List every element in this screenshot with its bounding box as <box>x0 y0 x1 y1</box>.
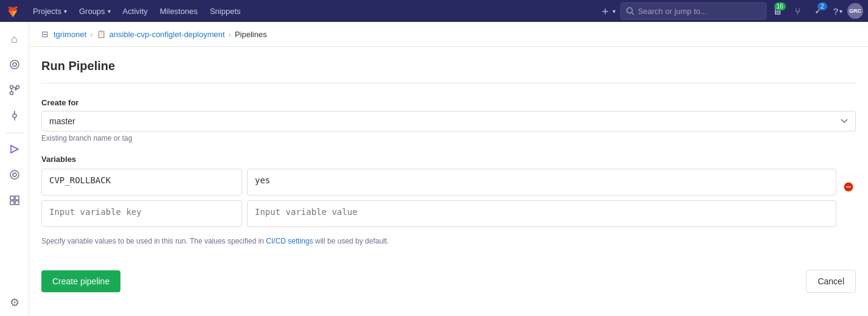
nav-projects[interactable]: Projects ▾ <box>28 0 72 22</box>
new-item-button[interactable]: ＋ ▾ <box>596 1 619 21</box>
variable-row-new <box>41 200 856 227</box>
packages-icon <box>9 195 20 206</box>
breadcrumb-current-page: Pipelines <box>235 30 267 39</box>
pipeline-icon <box>9 144 20 155</box>
main-content: ⊟ tgrimonet › 📋 ansible-cvp-configlet-de… <box>29 22 868 315</box>
nav-snippets[interactable]: Snippets <box>205 0 246 22</box>
form-actions: Create pipeline Cancel <box>41 260 856 303</box>
new-variable-key-input[interactable] <box>41 200 242 227</box>
monitor-icon-btn[interactable]: 🖥 16 <box>768 1 787 21</box>
svg-point-3 <box>13 63 16 66</box>
create-for-label: Create for <box>41 98 856 107</box>
new-dropdown-icon: ▾ <box>613 8 616 15</box>
commits-icon <box>9 110 20 121</box>
left-sidebar: ⌂ <box>0 22 29 315</box>
remove-variable-button[interactable] <box>841 180 856 194</box>
operations-icon <box>9 169 20 180</box>
existing-variable-value-input[interactable] <box>247 169 836 195</box>
nav-activity[interactable]: Activity <box>118 0 153 22</box>
svg-point-4 <box>10 86 13 89</box>
svg-rect-16 <box>10 201 14 205</box>
help-icon: ? <box>833 6 838 16</box>
page-body: Run Pipeline Create for master Existing … <box>29 47 868 315</box>
gitlab-logo-icon <box>5 3 21 19</box>
branch-hint: Existing branch name or tag <box>41 134 856 142</box>
gitlab-brand[interactable] <box>5 3 21 19</box>
sidebar-item-issues[interactable] <box>2 52 27 77</box>
branch-select[interactable]: master <box>41 111 856 132</box>
groups-chevron-icon: ▾ <box>108 8 111 15</box>
existing-variable-key-input[interactable] <box>41 169 242 195</box>
svg-point-8 <box>13 114 16 118</box>
svg-line-1 <box>631 13 634 15</box>
svg-point-12 <box>10 170 19 179</box>
todo-icon-btn[interactable]: ✓ 2 <box>809 1 828 21</box>
svg-rect-15 <box>15 196 19 200</box>
merge-request-icon-btn[interactable]: ⑂ <box>788 1 808 21</box>
breadcrumb-sep-2: › <box>229 30 231 39</box>
variables-label: Variables <box>41 155 856 164</box>
svg-marker-11 <box>11 146 18 153</box>
create-for-group: Create for master Existing branch name o… <box>41 98 856 142</box>
breadcrumb-project-icon: 📋 <box>97 30 106 38</box>
svg-rect-19 <box>846 186 851 188</box>
search-input[interactable]: Search or jump to... <box>620 2 766 19</box>
nav-groups[interactable]: Groups ▾ <box>74 0 116 22</box>
svg-point-5 <box>10 92 13 95</box>
page-title: Run Pipeline <box>41 59 856 73</box>
sidebar-item-settings[interactable]: ⚙ <box>2 290 27 315</box>
help-chevron-icon: ▾ <box>839 8 842 15</box>
breadcrumb-home-icon: ⊟ <box>41 29 49 39</box>
top-navbar: Projects ▾ Groups ▾ Activity Milestones … <box>0 0 868 22</box>
svg-rect-17 <box>15 201 19 205</box>
merge-requests-icon <box>9 85 20 96</box>
sidebar-item-merge-requests[interactable] <box>2 78 27 102</box>
search-icon <box>626 7 634 15</box>
breadcrumb-project-link[interactable]: ansible-cvp-configlet-deployment <box>109 30 225 39</box>
ci-cd-settings-link[interactable]: CI/CD settings <box>266 237 313 245</box>
sidebar-item-commits[interactable] <box>2 104 27 128</box>
breadcrumb-user-link[interactable]: tgrimonet <box>54 30 86 39</box>
minus-circle-icon <box>844 182 853 192</box>
issues-icon <box>9 59 20 70</box>
sidebar-divider <box>5 133 24 133</box>
svg-point-2 <box>10 60 19 69</box>
breadcrumb-sep-1: › <box>90 30 92 39</box>
merge-request-icon: ⑂ <box>795 6 800 16</box>
create-pipeline-button[interactable]: Create pipeline <box>41 270 120 292</box>
variable-row-existing <box>41 169 856 195</box>
projects-chevron-icon: ▾ <box>64 8 67 15</box>
help-button[interactable]: ? ▾ <box>830 1 846 21</box>
svg-point-13 <box>13 173 16 177</box>
sidebar-item-packages[interactable] <box>2 188 27 212</box>
variables-section: Variables <box>41 155 856 227</box>
title-divider <box>41 83 856 83</box>
svg-rect-14 <box>10 196 14 200</box>
navbar-right-section: ＋ ▾ Search or jump to... 🖥 16 ⑂ ✓ 2 ? ▾ … <box>596 1 863 21</box>
sidebar-item-operations[interactable] <box>2 163 27 187</box>
nav-milestones[interactable]: Milestones <box>155 0 203 22</box>
variable-hint: Specify variable values to be used in th… <box>41 237 856 245</box>
svg-point-0 <box>627 8 632 13</box>
breadcrumb: ⊟ tgrimonet › 📋 ansible-cvp-configlet-de… <box>29 22 868 47</box>
svg-point-6 <box>16 86 19 89</box>
sidebar-item-home[interactable]: ⌂ <box>2 27 27 51</box>
sidebar-item-pipelines[interactable] <box>2 137 27 161</box>
new-variable-value-input[interactable] <box>247 200 836 227</box>
cancel-button[interactable]: Cancel <box>806 270 856 293</box>
user-avatar[interactable]: GRC <box>847 3 863 19</box>
